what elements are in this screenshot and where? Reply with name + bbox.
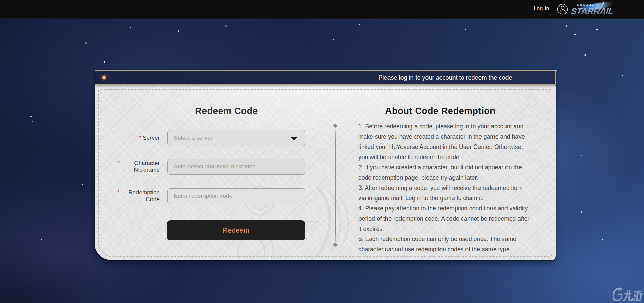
about-title: About Code Redemption [354,106,527,116]
server-label: * Server [95,135,167,141]
nickname-input[interactable] [167,159,305,175]
about-item: 1. Before redeeming a code, please log i… [358,121,531,162]
server-field-row: * Server Select a server [95,130,320,146]
code-label: * Redemption Code [95,189,167,203]
logo-starrail-text: STARRAIL [570,6,614,16]
about-item: 3. After redeeming a code, you will rece… [358,183,531,203]
9game-watermark [611,287,644,303]
person-icon [557,3,568,15]
redemption-code-input[interactable] [167,188,305,204]
sun-icon [100,74,108,81]
about-item: 4. Please pay attention to the redemptio… [358,203,531,234]
nickname-field-row: * Character Nickname [95,159,320,175]
about-text: 1. Before redeeming a code, please log i… [358,121,531,252]
top-header-bar: Log In HONKAI STARRAIL [0,0,644,19]
code-field-row: * Redemption Code [95,188,320,204]
user-avatar-icon[interactable] [557,3,568,15]
about-item: 2. If you have created a character, but … [358,162,531,183]
star-rail-logo[interactable]: HONKAI STARRAIL [568,1,621,18]
required-marker: * [117,189,120,196]
about-item: 5. Each redemption code can only be used… [358,234,531,252]
redeem-button[interactable]: Redeem [167,220,305,240]
column-divider [335,130,336,242]
stars-layer-bright [0,19,1,19]
redeem-form-title: Redeem Code [146,106,307,116]
divider-diamond-top [333,124,338,128]
login-notice-banner: Please log in to your account to redeem … [95,70,556,85]
page: Log In HONKAI STARRAIL Please log in to … [0,0,644,303]
server-select[interactable]: Select a server [167,130,305,146]
redeem-card: Redeem Code * Server Select a server * C… [95,85,556,260]
divider-diamond-bottom [333,243,338,247]
required-marker: * [117,160,120,167]
required-marker: * [139,135,141,141]
server-select-placeholder: Select a server [174,135,212,141]
chevron-down-icon [291,137,298,140]
banner-message: Please log in to your account to redeem … [336,71,555,84]
login-link[interactable]: Log In [534,5,549,12]
nickname-label: * Character Nickname [95,160,167,174]
